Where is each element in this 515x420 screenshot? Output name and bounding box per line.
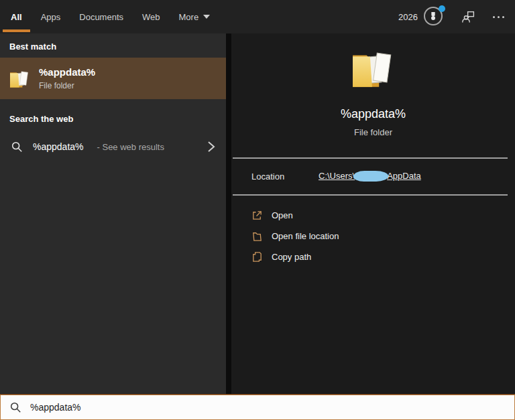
action-open-file-location-label: Open file location [272, 231, 339, 241]
user-icon[interactable] [461, 10, 475, 24]
redaction-scribble [353, 171, 388, 182]
tab-apps[interactable]: Apps [41, 0, 61, 33]
more-options-icon[interactable] [492, 13, 506, 21]
tab-more-label: More [179, 12, 199, 22]
tab-more[interactable]: More [179, 0, 211, 33]
preview-head: %appdata% File folder [231, 33, 515, 137]
chevron-down-icon [203, 15, 210, 19]
notification-dot [439, 5, 445, 12]
search-web-header: Search the web [0, 106, 226, 130]
search-bar [0, 395, 515, 420]
rewards-icon[interactable] [424, 7, 444, 27]
action-copy-path[interactable]: Copy path [251, 247, 515, 267]
action-open-label: Open [272, 210, 293, 220]
best-match-header: Best match [0, 33, 226, 58]
search-input[interactable] [30, 402, 506, 413]
location-path-prefix: C:\Users\ [319, 171, 355, 181]
best-match-title: %appdata% [39, 66, 95, 78]
results-panel: Best match %appdata% File folder [0, 33, 226, 395]
location-row: Location C:\Users\AppData [231, 159, 515, 194]
copy-path-icon [251, 251, 263, 263]
best-match-text: %appdata% File folder [39, 66, 95, 90]
location-link[interactable]: C:\Users\AppData [319, 171, 421, 183]
tab-web[interactable]: Web [142, 0, 160, 33]
web-query-suffix: - See web results [97, 142, 164, 152]
location-path-suffix: AppData [387, 171, 421, 181]
search-category-tabs: All Apps Documents Web More [0, 0, 210, 33]
windows-search-flyout: All Apps Documents Web More 2026 [0, 0, 515, 420]
web-search-item[interactable]: %appdata% - See web results [0, 134, 226, 159]
search-icon [9, 401, 21, 413]
folder-icon-large [351, 48, 396, 88]
folder-icon [9, 69, 30, 88]
web-query-text: %appdata% [33, 141, 84, 152]
action-open[interactable]: Open [251, 205, 515, 226]
tab-documents-label: Documents [79, 12, 123, 22]
action-open-file-location[interactable]: Open file location [251, 226, 515, 247]
tab-all[interactable]: All [11, 0, 22, 33]
preview-title: %appdata% [231, 107, 515, 121]
tab-all-label: All [11, 12, 22, 22]
open-file-location-icon [251, 230, 263, 242]
tab-documents[interactable]: Documents [79, 0, 123, 33]
action-list: Open Open file location Copy path [231, 196, 515, 267]
open-icon [251, 210, 263, 221]
preview-subtitle: File folder [231, 127, 515, 137]
topbar-right-cluster: 2026 [398, 0, 506, 33]
search-icon [11, 141, 23, 153]
tab-web-label: Web [142, 12, 160, 22]
topbar: All Apps Documents Web More 2026 [0, 0, 515, 33]
preview-panel: %appdata% File folder Location C:\Users\… [231, 33, 515, 395]
best-match-item[interactable]: %appdata% File folder [0, 58, 226, 99]
best-match-subtitle: File folder [39, 81, 95, 90]
action-copy-path-label: Copy path [272, 252, 311, 262]
tab-apps-label: Apps [41, 12, 61, 22]
chevron-right-icon[interactable] [207, 141, 215, 153]
rewards-points[interactable]: 2026 [398, 12, 418, 22]
location-label: Location [251, 171, 319, 182]
